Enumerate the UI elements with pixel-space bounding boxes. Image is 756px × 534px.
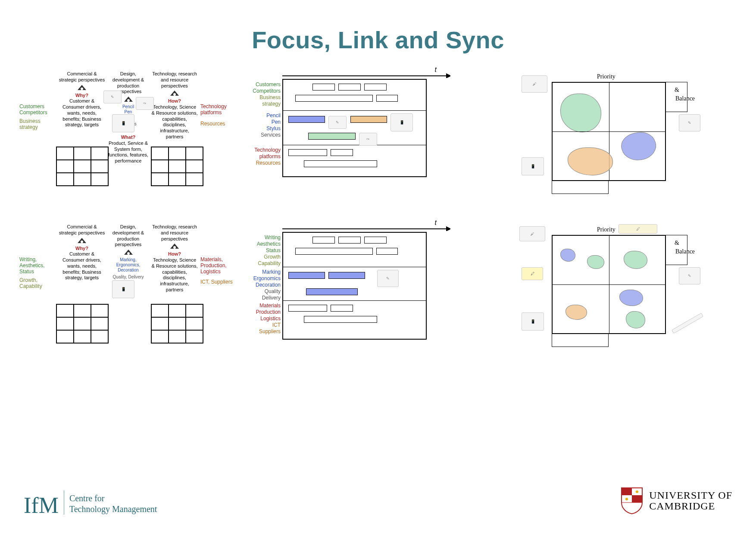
highlighter-icon: 🖍 — [522, 267, 543, 280]
stylus-phone-icon: 📱 — [522, 312, 544, 331]
eye-icon — [170, 244, 179, 249]
quad-extension-bottom — [552, 334, 609, 347]
slide-title: Focus, Link and Sync — [0, 0, 756, 54]
diagram-row-2: Writing, Aesthetics, Status Growth, Capa… — [19, 224, 737, 353]
ifm-logo-block: IfM Centre for Technology Management — [24, 490, 157, 515]
roadmap-frame: Customers Competitors Business strategy … — [282, 79, 427, 177]
pencil-shaving-icon: ✎ — [679, 114, 700, 131]
how-side-labels: Technology platforms Resources — [200, 103, 237, 127]
stylus-phone-icon: 📱 — [112, 114, 134, 132]
slide-footer: IfM Centre for Technology Management UNI… — [24, 487, 732, 515]
commercial-perspective: Commercial & strategic perspectives — [58, 71, 106, 83]
diagram-row-1: Customers Competitors Business strategy … — [19, 71, 737, 200]
svg-point-7 — [636, 490, 638, 493]
quad-extension-right — [666, 235, 687, 265]
why-body: Customer & Consumer drivers, wants, need… — [58, 98, 106, 128]
how-heading: How? — [151, 98, 198, 104]
why-product-grid — [56, 304, 109, 344]
link-panel-1: t Customers Competitors Business strateg… — [252, 71, 476, 190]
cambridge-shield-icon — [621, 487, 643, 515]
product-how-grid — [151, 147, 203, 186]
eye-icon — [78, 85, 86, 90]
product-how-grid — [151, 304, 203, 344]
pencil-shaving-icon: ✎ — [679, 267, 700, 284]
fountain-pen-icon: 🖋 — [522, 75, 547, 93]
what-body: Product, Service & System form, function… — [108, 141, 149, 164]
eye-icon — [170, 91, 179, 96]
pencil-shaving-icon: ✎ — [328, 116, 347, 129]
why-product-grid — [56, 147, 109, 186]
priority-balance-quadrant — [552, 82, 666, 181]
pencil-shaving-icon: ✎ — [377, 270, 399, 287]
quad-extension-bottom — [552, 181, 609, 194]
time-axis: t — [282, 224, 450, 231]
mechanical-pencil-icon — [672, 313, 703, 334]
focus-panel-2: Writing, Aesthetics, Status Growth, Capa… — [19, 224, 239, 347]
eye-icon — [78, 238, 86, 243]
svg-rect-5 — [632, 495, 642, 503]
svg-rect-4 — [622, 488, 632, 495]
how-body: Technology, Science & Resource solutions… — [151, 104, 198, 140]
time-axis: t — [282, 71, 450, 78]
cambridge-logo-block: UNIVERSITY OF CAMBRIDGE — [621, 487, 732, 515]
focus-panel-1: Customers Competitors Business strategy … — [19, 71, 239, 190]
roadmap-frame: Writing Aesthetics Status Growth Capabil… — [282, 232, 427, 340]
tech-perspective: Technology, research and resource perspe… — [151, 71, 198, 89]
ifm-logo: IfM — [24, 497, 59, 515]
ballpoint-pen-icon: 🖊 — [619, 224, 657, 234]
fountain-pen-icon: 🖋 — [519, 226, 545, 241]
why-heading: Why? — [58, 93, 106, 99]
what-heading: What? — [108, 134, 149, 141]
eye-icon — [124, 250, 133, 255]
priority-balance-quadrant — [552, 235, 666, 334]
priority-label: Priority — [597, 73, 615, 80]
how-side-labels: Materials, Production, Logistics ICT, Su… — [200, 256, 237, 285]
sync-panel-1: Priority & Balance 🖋 ✎ 📱 — [489, 71, 713, 200]
pen-writing-icon: ✑ — [359, 133, 377, 146]
why-side-labels: Writing, Aesthetics, Status Growth, Capa… — [19, 256, 56, 289]
svg-marker-3 — [446, 226, 450, 231]
svg-marker-1 — [446, 73, 450, 78]
stylus-phone-icon: 📱 — [112, 280, 134, 298]
stylus-phone-icon: 📱 — [390, 113, 413, 131]
sync-panel-2: Priority & Balance 🖋 🖊 🖍 ✎ 📱 — [489, 224, 713, 353]
pen-writing-icon: ✑ — [136, 97, 154, 110]
svg-point-6 — [625, 498, 628, 500]
link-panel-2: t Writing Aesthetics Status Growth Capab… — [252, 224, 476, 353]
stylus-phone-icon: 📱 — [522, 157, 544, 175]
eye-icon — [124, 97, 133, 102]
pencil-shaving-icon: ✎ — [103, 91, 122, 103]
quad-extension-right — [666, 82, 687, 112]
why-side-labels: Customers Competitors Business strategy — [19, 103, 56, 130]
